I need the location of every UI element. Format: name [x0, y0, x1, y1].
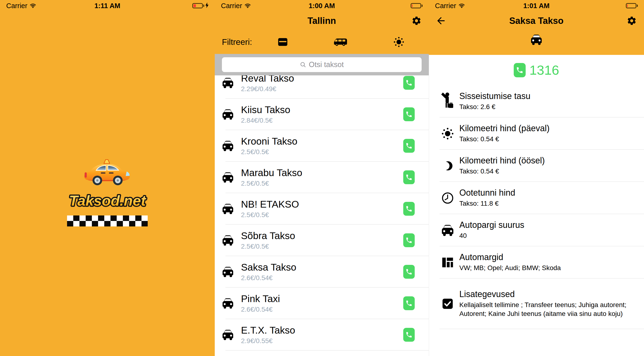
- call-button[interactable]: [403, 76, 415, 90]
- person-luggage-icon: [441, 92, 454, 110]
- detail-header: 1:01 AM Carrier Saksa Takso: [429, 0, 644, 55]
- search-placeholder: Otsi taksot: [309, 60, 344, 69]
- taxi-list-row[interactable]: Marabu Takso 2.5€/0.5€: [215, 162, 429, 193]
- taxi-name: Marabu Takso: [241, 167, 302, 178]
- taxi-list-screen: 1:00 AM Carrier Tallinn Filtreeri:: [215, 0, 429, 356]
- detail-value: Takso: 0.54 €: [459, 135, 550, 144]
- car-icon: [441, 224, 454, 236]
- detail-value: VW; MB; Opel; Audi; BMW; Skoda: [459, 264, 561, 272]
- taxi-list-row[interactable]: Saksa Takso 2.6€/0.54€: [215, 256, 429, 288]
- status-bar: 1:11 AM Carrier: [0, 0, 215, 12]
- taxi-list-row[interactable]: NB! ETAKSO 2.5€/0.5€: [215, 193, 429, 224]
- battery-icon: [192, 3, 204, 8]
- search-icon: [300, 61, 306, 68]
- taxi-list-row[interactable]: Pink Taxi 2.6€/0.54€: [215, 288, 429, 319]
- brand-text: Taksod.net: [69, 192, 146, 209]
- taxi-list-row[interactable]: Kiisu Takso 2.84€/0.5€: [215, 98, 429, 130]
- taxi-name: E.T.X. Takso: [241, 325, 295, 336]
- moon-icon: [441, 160, 454, 172]
- status-time: 1:01 AM: [429, 2, 644, 10]
- app-logo: Taksod.net: [0, 158, 215, 226]
- call-button[interactable]: [403, 170, 415, 184]
- taxi-cartoon-icon: [82, 158, 132, 189]
- taxi-price: 2.6€/0.54€: [241, 306, 280, 313]
- taxi-price: 2.9€/0.55€: [241, 337, 295, 345]
- sun-filter-icon[interactable]: [393, 36, 404, 48]
- phone-number[interactable]: 1316: [530, 62, 559, 78]
- page-title: Tallinn: [215, 16, 429, 26]
- taxi-name: Sõbra Takso: [241, 230, 295, 242]
- call-button[interactable]: [403, 107, 415, 121]
- search-band: Otsi taksot: [215, 54, 429, 76]
- brand-wordmark: Taksod.net: [60, 190, 155, 212]
- nav-bar: Tallinn: [215, 12, 429, 30]
- taxi-name: Pink Taxi: [241, 293, 280, 304]
- status-time: 1:11 AM: [0, 2, 215, 10]
- taxi-price: 2.29€/0.49€: [241, 85, 294, 93]
- taksod-app: 1:11 AM Carrier: [0, 0, 644, 356]
- detail-title: Kilomeetri hind (päeval): [459, 123, 550, 134]
- car-icon: [222, 77, 234, 88]
- car-icon: [222, 203, 234, 214]
- call-button[interactable]: [403, 233, 415, 247]
- call-button[interactable]: [403, 265, 415, 279]
- detail-title: Autopargi suurus: [459, 220, 524, 230]
- taxi-name: Krooni Takso: [241, 136, 297, 147]
- taxi-name: Saksa Takso: [241, 262, 296, 273]
- call-button[interactable]: [403, 202, 415, 216]
- taxi-list-row[interactable]: E.T.X. Takso 2.9€/0.55€: [215, 319, 429, 350]
- call-button[interactable]: [403, 139, 415, 153]
- taxi-detail-screen: 1:01 AM Carrier Saksa Takso: [429, 0, 644, 356]
- taxi-name: Kiisu Takso: [241, 104, 290, 116]
- clock-icon: [441, 192, 454, 204]
- detail-value: Kellajaliselt tellimine ; Transfeer teen…: [459, 301, 634, 318]
- card-filter-icon[interactable]: [277, 36, 288, 48]
- car-icon: [222, 298, 234, 309]
- grid-icon: [441, 256, 454, 269]
- taxi-price: 2.5€/0.5€: [241, 148, 297, 156]
- detail-title: Sisseistumise tasu: [459, 91, 530, 101]
- van-filter-icon[interactable]: [334, 37, 348, 47]
- search-input[interactable]: Otsi taksot: [222, 57, 422, 72]
- car-icon: [222, 234, 234, 246]
- detail-title: Kilomeetri hind (öösel): [459, 156, 545, 166]
- detail-value: Takso: 2.6 €: [459, 102, 530, 112]
- taxi-price: 2.6€/0.54€: [241, 274, 296, 282]
- detail-title: Ootetunni hind: [459, 188, 515, 198]
- car-icon: [222, 329, 234, 340]
- charging-bolt-icon: [206, 2, 208, 10]
- detail-row: Kilomeetri hind (päeval) Takso: 0.54 €: [429, 118, 644, 150]
- detail-row: Kilomeetri hind (öösel) Takso: 0.54 €: [429, 150, 644, 182]
- detail-row: Lisategevused Kellajaliselt tellimine ; …: [429, 278, 644, 329]
- detail-list: Sisseistumise tasu Takso: 2.6 € Kilomeet…: [429, 85, 644, 329]
- detail-row: Sisseistumise tasu Takso: 2.6 €: [429, 85, 644, 118]
- splash-screen: 1:11 AM Carrier: [0, 0, 215, 356]
- gear-icon[interactable]: [626, 16, 637, 26]
- detail-value: 40: [459, 232, 524, 240]
- status-bar: 1:01 AM Carrier: [429, 0, 644, 12]
- sun-icon: [441, 127, 454, 140]
- detail-value: Takso: 11.8 €: [459, 199, 515, 208]
- phone-icon[interactable]: [514, 63, 526, 77]
- taxi-list-row[interactable]: Krooni Takso 2.5€/0.5€: [215, 130, 429, 162]
- car-icon: [222, 172, 234, 183]
- car-icon: [222, 266, 234, 278]
- gear-icon[interactable]: [411, 16, 422, 26]
- taxi-price: 2.5€/0.5€: [241, 180, 302, 187]
- car-icon: [222, 140, 234, 152]
- taxi-price: 2.5€/0.5€: [241, 211, 299, 219]
- taxi-price: 2.84€/0.5€: [241, 117, 290, 124]
- detail-row: Ootetunni hind Takso: 11.8 €: [429, 182, 644, 214]
- status-bar: 1:00 AM Carrier: [215, 0, 429, 12]
- page-title: Saksa Takso: [429, 16, 644, 26]
- checkbox-icon: [441, 297, 454, 310]
- battery-icon: [626, 3, 638, 8]
- detail-title: Automargid: [459, 252, 561, 262]
- checkered-flag-strip: [67, 216, 148, 226]
- taxi-list: Reval Takso 2.29€/0.49€ Kiisu Takso 2.84…: [215, 54, 429, 356]
- call-button[interactable]: [403, 328, 415, 342]
- call-button[interactable]: [403, 296, 415, 310]
- detail-row: Automargid VW; MB; Opel; Audi; BMW; Skod…: [429, 246, 644, 278]
- taxi-list-row[interactable]: Sõbra Takso 2.5€/0.5€: [215, 224, 429, 256]
- list-header: 1:00 AM Carrier Tallinn Filtreeri:: [215, 0, 429, 54]
